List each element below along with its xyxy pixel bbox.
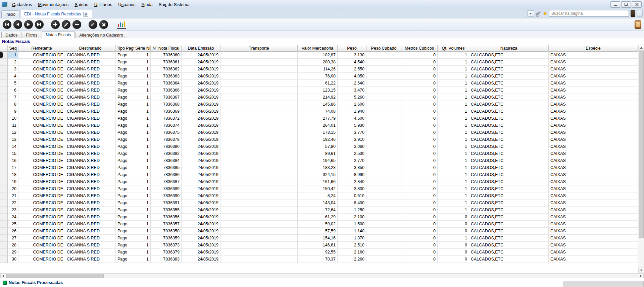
grid-cell[interactable] [366,228,401,235]
grid-cell[interactable]: 24/05/2019 [182,136,220,143]
grid-cell[interactable]: COMERCIO DE [18,157,65,164]
grid-cell[interactable]: Pago [116,94,134,101]
grid-cell[interactable]: 19 [8,178,18,185]
horizontal-scroll-thumb[interactable] [6,274,104,278]
row-indicator[interactable] [0,157,8,164]
grid-cell[interactable]: COMERCIO DE [18,66,65,73]
grid-cell[interactable]: 25 [8,221,18,228]
grid-cell[interactable] [366,101,401,108]
grid-cell[interactable]: 18 [8,171,18,178]
grid-cell[interactable]: 2,600 [338,101,366,108]
grid-cell[interactable]: CAIXAS [549,108,638,115]
row-indicator[interactable] [0,101,8,108]
grid-cell[interactable]: Pago [116,214,134,221]
grid-cell[interactable]: CALCADOS,ETC [469,228,549,235]
grid-cell[interactable]: CIGANNA S RED [65,66,116,73]
grid-cell[interactable]: COMERCIO DE [18,178,65,185]
grid-cell[interactable]: CALCADOS,ETC [469,52,549,59]
grid-cell[interactable] [220,122,298,129]
chart-icon[interactable] [117,20,126,29]
grid-cell[interactable]: 1 [134,129,151,136]
grid-cell[interactable]: CAIXAS [549,221,638,228]
grid-cell[interactable]: 1 [134,178,151,185]
column-header-peso[interactable]: Peso [338,45,366,52]
grid-cell[interactable] [220,87,298,94]
grid-cell[interactable]: CALCADOS,ETC [469,108,549,115]
grid-cell[interactable]: 3,800 [338,185,366,192]
grid-cell[interactable] [220,108,298,115]
row-indicator[interactable] [0,52,8,59]
grid-cell[interactable]: CAIXAS [549,207,638,214]
grid-cell[interactable]: 7836385 [151,164,182,171]
grid-cell[interactable]: CIGANNA S RED [65,192,116,199]
grid-cell[interactable]: 24/05/2019 [182,122,220,129]
grid-cell[interactable] [220,192,298,199]
grid-cell[interactable]: CAIXAS [549,94,638,101]
grid-cell[interactable]: 7836366 [151,87,182,94]
grid-cell[interactable]: 0 [401,228,438,235]
grid-cell[interactable]: 7836369 [151,108,182,115]
grid-cell[interactable]: CALCADOS,ETC [469,80,549,87]
grid-cell[interactable]: CALCADOS,ETC [469,87,549,94]
grid-cell[interactable]: 59,02 [298,221,338,228]
grid-cell[interactable]: COMERCIO DE [18,115,65,122]
grid-cell[interactable]: 1 [134,94,151,101]
grid-cell[interactable]: 4 [8,73,18,80]
grid-cell[interactable]: COMERCIO DE [18,143,65,150]
grid-cell[interactable]: 2,550 [338,66,366,73]
grid-cell[interactable] [366,164,401,171]
minimize-button[interactable] [610,1,620,8]
grid-cell[interactable]: 7836386 [151,171,182,178]
grid-cell[interactable]: 24/05/2019 [182,80,220,87]
grid-cell[interactable]: 7836390 [151,192,182,199]
grid-cell[interactable]: 182,87 [298,52,338,59]
row-indicator[interactable] [0,171,8,178]
row-indicator[interactable] [0,192,8,199]
grid-cell[interactable] [220,66,298,73]
exit-door-icon[interactable] [635,20,641,29]
grid-cell[interactable]: 24/05/2019 [182,66,220,73]
grid-cell[interactable]: 14 [8,143,18,150]
grid-cell[interactable]: CAIXAS [549,115,638,122]
tab-edi-notas-fiscais-recebidas[interactable]: EDI - Notas Fiscais Recebidas [20,10,93,18]
grid-cell[interactable]: 7836391 [151,199,182,207]
grid-cell[interactable]: 0 [401,242,438,249]
delete-record-button[interactable] [72,20,81,29]
grid-cell[interactable]: CIGANNA S RED [65,143,116,150]
grid-cell[interactable]: Pago [116,52,134,59]
grid-cell[interactable]: 1 [438,59,469,66]
grid-cell[interactable] [366,122,401,129]
subtab-notas-fiscais[interactable]: Notas Fiscais [42,31,75,39]
grid-cell[interactable]: 3 [8,66,18,73]
grid-cell[interactable]: CALCADOS,ETC [469,178,549,185]
grid-cell[interactable]: 1 [134,192,151,199]
grid-cell[interactable]: 8 [8,101,18,108]
grid-cell[interactable]: 92,55 [298,249,338,256]
grid-cell[interactable]: 5 [8,80,18,87]
grid-cell[interactable]: 1 [134,242,151,249]
grid-cell[interactable]: 280,38 [298,59,338,66]
grid-cell[interactable]: 0 [401,249,438,256]
grid-cell[interactable] [366,80,401,87]
grid-cell[interactable]: COMERCIO DE [18,242,65,249]
grid-cell[interactable]: CAIXAS [549,256,638,263]
grid-cell[interactable]: 72,64 [298,207,338,214]
grid-cell[interactable]: Pago [116,59,134,66]
menu-item-saidas[interactable]: Saídas [71,1,91,8]
grid-cell[interactable]: 2,060 [338,143,366,150]
grid-cell[interactable]: 1 [134,66,151,73]
grid-cell[interactable]: 7836360 [151,52,182,59]
grid-cell[interactable]: 0 [401,256,438,263]
grid-cell[interactable]: 24/05/2019 [182,185,220,192]
grid-cell[interactable]: 1 [438,52,469,59]
grid-cell[interactable]: CIGANNA S RED [65,207,116,214]
grid-cell[interactable]: 2 [8,59,18,66]
grid-cell[interactable]: 0 [401,129,438,136]
grid-cell[interactable]: COMERCIO DE [18,185,65,192]
grid-cell[interactable]: 3,770 [338,129,366,136]
grid-cell[interactable] [366,66,401,73]
menu-item-cadastros[interactable]: Cadastros [9,1,35,8]
restore-button[interactable] [621,1,631,8]
grid-cell[interactable]: 1 [134,164,151,171]
grid-cell[interactable]: 1 [134,185,151,192]
